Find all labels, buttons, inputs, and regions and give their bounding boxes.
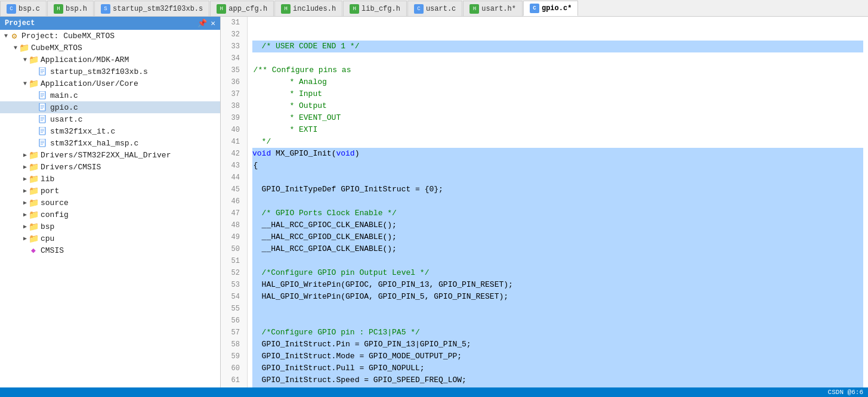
tree-arrow-icon: ▶: [21, 211, 29, 218]
code-line[interactable]: HAL_GPIO_WritePin(GPIOA, GPIO_PIN_5, GPI…: [252, 291, 863, 303]
code-line[interactable]: HAL_GPIO_WritePin(GPIOC, GPIO_PIN_13, GP…: [252, 279, 863, 291]
tree-item-stm32f1xx-hal-msp[interactable]: stm32f1xx_hal_msp.c: [0, 137, 220, 149]
line-number: 36: [226, 76, 242, 88]
tree-item-gpio-c[interactable]: gpio.c: [0, 101, 220, 113]
tree-item-label: Application/User/Core: [41, 79, 138, 88]
code-line[interactable]: * Analog: [252, 76, 863, 88]
code-line[interactable]: GPIO_InitTypeDef GPIO_InitStruct = {0};: [252, 184, 863, 196]
tab-gpio-c-[interactable]: Cgpio.c*: [523, 1, 578, 16]
tree-item-app-user-core[interactable]: ▼📁Application/User/Core: [0, 77, 220, 89]
code-line[interactable]: GPIO_InitStruct.Mode = GPIO_MODE_OUTPUT_…: [252, 351, 863, 362]
tree-file-icon: 📁: [29, 186, 38, 196]
line-content: GPIO_InitTypeDef GPIO_InitStruct = {0};: [252, 184, 443, 196]
tree-item-drivers-cmsis[interactable]: ▶📁Drivers/CMSIS: [0, 161, 220, 173]
tree-item-lib[interactable]: ▶📁lib: [0, 173, 220, 185]
tree-item-project-root[interactable]: ▼⚙Project: CubeMX_RTOS: [0, 30, 220, 42]
code-line[interactable]: [252, 255, 863, 267]
code-line[interactable]: /* GPIO Ports Clock Enable */: [252, 207, 863, 219]
tree-item-config[interactable]: ▶📁config: [0, 209, 220, 221]
tab-bsp-c[interactable]: Cbsp.c: [0, 1, 47, 16]
code-line[interactable]: [252, 315, 863, 327]
tab-usart-c[interactable]: Cusart.c: [407, 1, 462, 16]
tab-bsp-h[interactable]: Hbsp.h: [47, 1, 94, 16]
code-line[interactable]: /*Configure GPIO pin : PC13|PA5 */: [252, 327, 863, 339]
tree-item-label: cpu: [41, 234, 54, 243]
code-line[interactable]: * Input: [252, 88, 863, 100]
tree-item-stm32f1xx-it[interactable]: stm32f1xx_it.c: [0, 125, 220, 137]
tree-item-label: port: [41, 187, 59, 196]
code-line[interactable]: [252, 303, 863, 315]
tab-app-cfg-h[interactable]: Happ_cfg.h: [210, 1, 274, 16]
line-number: 45: [226, 184, 242, 196]
code-lines[interactable]: /* USER CODE END 1 */ ▼ /** Configure pi…: [248, 17, 868, 387]
tree-file-icon: 📁: [29, 55, 38, 64]
line-content: [252, 29, 257, 41]
code-line[interactable]: __HAL_RCC_GPIOD_CLK_ENABLE();: [252, 231, 863, 243]
tree-item-cubemx-rtos[interactable]: ▼📁CubeMX_RTOS: [0, 42, 220, 54]
tab-file-icon: H: [281, 4, 291, 14]
line-number: 61: [226, 374, 242, 386]
code-line[interactable]: void MX_GPIO_Init(void): [252, 148, 863, 160]
tab-lib-cfg-h[interactable]: Hlib_cfg.h: [343, 1, 407, 16]
line-content: GPIO_InitStruct.Mode = GPIO_MODE_OUTPUT_…: [252, 351, 462, 362]
line-content: GPIO_InitStruct.Speed = GPIO_SPEED_FREQ_…: [252, 374, 467, 386]
line-content: * Input: [252, 88, 322, 100]
tree-item-label: Drivers/CMSIS: [41, 163, 101, 172]
tree-item-cmsis[interactable]: ◆CMSIS: [0, 244, 220, 256]
code-line[interactable]: GPIO_InitStruct.Speed = GPIO_SPEED_FREQ_…: [252, 374, 863, 386]
code-line[interactable]: ▼ {: [252, 160, 863, 172]
tree-file-icon: [38, 126, 48, 136]
tree-arrow-icon: ▶: [21, 151, 29, 159]
tab-label: includes.h: [293, 5, 336, 13]
line-number: 48: [226, 219, 242, 231]
tree-file-icon: 📁: [29, 210, 38, 219]
tab-label: lib_cfg.h: [362, 5, 400, 13]
tab-usart-h-[interactable]: Husart.h*: [463, 1, 523, 16]
tree-arrow-icon: ▶: [21, 199, 29, 206]
tree-arrow-icon: ▶: [21, 163, 29, 170]
tree-item-source[interactable]: ▶📁source: [0, 197, 220, 209]
code-line[interactable]: * EVENT_OUT: [252, 112, 863, 124]
code-line[interactable]: [252, 52, 863, 64]
tree-arrow-icon: ▼: [21, 80, 29, 87]
line-content: * Output: [252, 100, 327, 112]
tree-file-icon: 📁: [29, 198, 38, 207]
tab-startup-stm32f103xb-s[interactable]: Sstartup_stm32f103xb.s: [94, 1, 209, 16]
code-line[interactable]: [252, 172, 863, 184]
tree-item-startup-s[interactable]: startup_stm32f103xb.s: [0, 66, 220, 77]
fold-icon[interactable]: ▼: [248, 160, 252, 172]
code-line[interactable]: __HAL_RCC_GPIOA_CLK_ENABLE();: [252, 243, 863, 255]
tree-item-port[interactable]: ▶📁port: [0, 185, 220, 197]
tree-item-main-c[interactable]: main.c: [0, 89, 220, 101]
tree-arrow-icon: ▶: [21, 187, 29, 194]
tab-includes-h[interactable]: Hincludes.h: [274, 1, 342, 16]
tree-item-usart-c[interactable]: usart.c: [0, 113, 220, 125]
tree-item-bsp[interactable]: ▶📁bsp: [0, 221, 220, 232]
line-content: __HAL_RCC_GPIOA_CLK_ENABLE();: [252, 243, 397, 255]
code-line[interactable]: [252, 17, 863, 29]
tree-item-drivers-stm32[interactable]: ▶📁Drivers/STM32F2XX_HAL_Driver: [0, 149, 220, 161]
line-content: [252, 303, 257, 315]
close-sidebar-icon[interactable]: ✕: [211, 18, 215, 28]
tree-item-app-mdk[interactable]: ▼📁Application/MDK-ARM: [0, 54, 220, 66]
code-line[interactable]: /*Configure GPIO pin Output Level */: [252, 267, 863, 279]
line-content: {: [254, 160, 258, 172]
pin-icon[interactable]: 📌: [197, 18, 207, 28]
code-line[interactable]: GPIO_InitStruct.Pin = GPIO_PIN_13|GPIO_P…: [252, 339, 863, 351]
line-content: /* USER CODE END 1 */: [252, 41, 359, 52]
code-line[interactable]: /* USER CODE END 1 */: [252, 41, 863, 52]
line-content: [252, 17, 257, 29]
tree-item-label: Application/MDK-ARM: [41, 55, 129, 64]
code-line[interactable]: * EXTI: [252, 124, 863, 136]
code-line[interactable]: [252, 196, 863, 207]
code-line[interactable]: [252, 29, 863, 41]
code-line[interactable]: ▼ /** Configure pins as: [252, 64, 863, 76]
line-number: 58: [226, 339, 242, 351]
code-line[interactable]: GPIO_InitStruct.Pull = GPIO_NOPULL;: [252, 362, 863, 374]
code-line[interactable]: __HAL_RCC_GPIOC_CLK_ENABLE();: [252, 219, 863, 231]
code-line[interactable]: * Output: [252, 100, 863, 112]
tree-item-cpu[interactable]: ▶📁cpu: [0, 232, 220, 244]
tree-arrow-icon: ▼: [2, 33, 10, 39]
fold-icon[interactable]: ▼: [248, 64, 252, 76]
code-line[interactable]: */: [252, 136, 863, 148]
